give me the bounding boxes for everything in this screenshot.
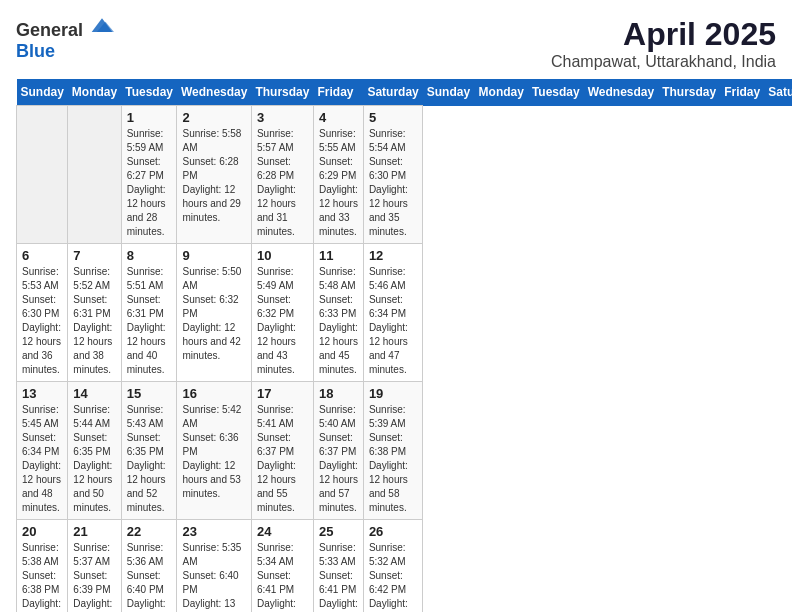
calendar-cell: 14Sunrise: 5:44 AMSunset: 6:35 PMDayligh… bbox=[68, 382, 121, 520]
calendar-cell: 5Sunrise: 5:54 AMSunset: 6:30 PMDaylight… bbox=[363, 106, 422, 244]
cell-info: Sunrise: 5:39 AMSunset: 6:38 PMDaylight:… bbox=[369, 403, 417, 515]
cell-date: 10 bbox=[257, 248, 308, 263]
cell-date: 19 bbox=[369, 386, 417, 401]
header-day-saturday: Saturday bbox=[363, 79, 422, 106]
cell-date: 12 bbox=[369, 248, 417, 263]
calendar-cell: 9Sunrise: 5:50 AMSunset: 6:32 PMDaylight… bbox=[177, 244, 251, 382]
cell-date: 13 bbox=[22, 386, 62, 401]
header-sunday: Sunday bbox=[423, 79, 475, 106]
header-tuesday: Tuesday bbox=[528, 79, 584, 106]
cell-info: Sunrise: 5:35 AMSunset: 6:40 PMDaylight:… bbox=[182, 541, 245, 612]
cell-date: 18 bbox=[319, 386, 358, 401]
cell-date: 2 bbox=[182, 110, 245, 125]
cell-info: Sunrise: 5:55 AMSunset: 6:29 PMDaylight:… bbox=[319, 127, 358, 239]
cell-info: Sunrise: 5:40 AMSunset: 6:37 PMDaylight:… bbox=[319, 403, 358, 515]
calendar-cell: 17Sunrise: 5:41 AMSunset: 6:37 PMDayligh… bbox=[251, 382, 313, 520]
cell-info: Sunrise: 5:34 AMSunset: 6:41 PMDaylight:… bbox=[257, 541, 308, 612]
cell-info: Sunrise: 5:52 AMSunset: 6:31 PMDaylight:… bbox=[73, 265, 115, 377]
header-friday: Friday bbox=[720, 79, 764, 106]
cell-info: Sunrise: 5:46 AMSunset: 6:34 PMDaylight:… bbox=[369, 265, 417, 377]
cell-info: Sunrise: 5:42 AMSunset: 6:36 PMDaylight:… bbox=[182, 403, 245, 501]
calendar-cell: 23Sunrise: 5:35 AMSunset: 6:40 PMDayligh… bbox=[177, 520, 251, 613]
cell-date: 17 bbox=[257, 386, 308, 401]
cell-info: Sunrise: 5:43 AMSunset: 6:35 PMDaylight:… bbox=[127, 403, 172, 515]
cell-date: 14 bbox=[73, 386, 115, 401]
title-area: April 2025 Champawat, Uttarakhand, India bbox=[551, 16, 776, 71]
calendar-week-row: 1Sunrise: 5:59 AMSunset: 6:27 PMDaylight… bbox=[17, 106, 793, 244]
cell-info: Sunrise: 5:37 AMSunset: 6:39 PMDaylight:… bbox=[73, 541, 115, 612]
cell-info: Sunrise: 5:44 AMSunset: 6:35 PMDaylight:… bbox=[73, 403, 115, 515]
calendar-cell bbox=[68, 106, 121, 244]
calendar-cell: 12Sunrise: 5:46 AMSunset: 6:34 PMDayligh… bbox=[363, 244, 422, 382]
cell-date: 7 bbox=[73, 248, 115, 263]
calendar-table: SundayMondayTuesdayWednesdayThursdayFrid… bbox=[16, 79, 792, 612]
calendar-week-row: 13Sunrise: 5:45 AMSunset: 6:34 PMDayligh… bbox=[17, 382, 793, 520]
cell-info: Sunrise: 5:49 AMSunset: 6:32 PMDaylight:… bbox=[257, 265, 308, 377]
cell-info: Sunrise: 5:36 AMSunset: 6:40 PMDaylight:… bbox=[127, 541, 172, 612]
cell-info: Sunrise: 5:59 AMSunset: 6:27 PMDaylight:… bbox=[127, 127, 172, 239]
calendar-cell: 3Sunrise: 5:57 AMSunset: 6:28 PMDaylight… bbox=[251, 106, 313, 244]
cell-info: Sunrise: 5:53 AMSunset: 6:30 PMDaylight:… bbox=[22, 265, 62, 377]
cell-info: Sunrise: 5:32 AMSunset: 6:42 PMDaylight:… bbox=[369, 541, 417, 612]
calendar-cell: 10Sunrise: 5:49 AMSunset: 6:32 PMDayligh… bbox=[251, 244, 313, 382]
header-saturday: Saturday bbox=[764, 79, 792, 106]
calendar-week-row: 20Sunrise: 5:38 AMSunset: 6:38 PMDayligh… bbox=[17, 520, 793, 613]
calendar-cell: 20Sunrise: 5:38 AMSunset: 6:38 PMDayligh… bbox=[17, 520, 68, 613]
calendar-cell: 25Sunrise: 5:33 AMSunset: 6:41 PMDayligh… bbox=[313, 520, 363, 613]
cell-info: Sunrise: 5:57 AMSunset: 6:28 PMDaylight:… bbox=[257, 127, 308, 239]
cell-date: 8 bbox=[127, 248, 172, 263]
cell-date: 3 bbox=[257, 110, 308, 125]
calendar-cell: 18Sunrise: 5:40 AMSunset: 6:37 PMDayligh… bbox=[313, 382, 363, 520]
calendar-cell: 22Sunrise: 5:36 AMSunset: 6:40 PMDayligh… bbox=[121, 520, 177, 613]
cell-date: 24 bbox=[257, 524, 308, 539]
cell-date: 1 bbox=[127, 110, 172, 125]
calendar-cell: 19Sunrise: 5:39 AMSunset: 6:38 PMDayligh… bbox=[363, 382, 422, 520]
cell-info: Sunrise: 5:33 AMSunset: 6:41 PMDaylight:… bbox=[319, 541, 358, 612]
cell-date: 21 bbox=[73, 524, 115, 539]
header-day-sunday: Sunday bbox=[17, 79, 68, 106]
cell-date: 16 bbox=[182, 386, 245, 401]
cell-date: 22 bbox=[127, 524, 172, 539]
header-day-thursday: Thursday bbox=[251, 79, 313, 106]
cell-date: 23 bbox=[182, 524, 245, 539]
calendar-cell: 26Sunrise: 5:32 AMSunset: 6:42 PMDayligh… bbox=[363, 520, 422, 613]
page-title: April 2025 bbox=[551, 16, 776, 53]
logo: General Blue bbox=[16, 16, 114, 62]
page-subtitle: Champawat, Uttarakhand, India bbox=[551, 53, 776, 71]
calendar-cell: 6Sunrise: 5:53 AMSunset: 6:30 PMDaylight… bbox=[17, 244, 68, 382]
cell-info: Sunrise: 5:58 AMSunset: 6:28 PMDaylight:… bbox=[182, 127, 245, 225]
cell-info: Sunrise: 5:50 AMSunset: 6:32 PMDaylight:… bbox=[182, 265, 245, 363]
calendar-cell: 16Sunrise: 5:42 AMSunset: 6:36 PMDayligh… bbox=[177, 382, 251, 520]
header-day-tuesday: Tuesday bbox=[121, 79, 177, 106]
cell-info: Sunrise: 5:48 AMSunset: 6:33 PMDaylight:… bbox=[319, 265, 358, 377]
calendar-cell: 21Sunrise: 5:37 AMSunset: 6:39 PMDayligh… bbox=[68, 520, 121, 613]
cell-date: 15 bbox=[127, 386, 172, 401]
cell-info: Sunrise: 5:54 AMSunset: 6:30 PMDaylight:… bbox=[369, 127, 417, 239]
header-day-friday: Friday bbox=[313, 79, 363, 106]
header-monday: Monday bbox=[475, 79, 528, 106]
cell-date: 11 bbox=[319, 248, 358, 263]
cell-date: 4 bbox=[319, 110, 358, 125]
calendar-cell: 1Sunrise: 5:59 AMSunset: 6:27 PMDaylight… bbox=[121, 106, 177, 244]
calendar-cell: 11Sunrise: 5:48 AMSunset: 6:33 PMDayligh… bbox=[313, 244, 363, 382]
cell-date: 9 bbox=[182, 248, 245, 263]
calendar-header-row: SundayMondayTuesdayWednesdayThursdayFrid… bbox=[17, 79, 793, 106]
calendar-cell bbox=[17, 106, 68, 244]
header-thursday: Thursday bbox=[658, 79, 720, 106]
header-day-wednesday: Wednesday bbox=[177, 79, 251, 106]
cell-info: Sunrise: 5:38 AMSunset: 6:38 PMDaylight:… bbox=[22, 541, 62, 612]
header-day-monday: Monday bbox=[68, 79, 121, 106]
cell-date: 20 bbox=[22, 524, 62, 539]
calendar-cell: 13Sunrise: 5:45 AMSunset: 6:34 PMDayligh… bbox=[17, 382, 68, 520]
calendar-cell: 24Sunrise: 5:34 AMSunset: 6:41 PMDayligh… bbox=[251, 520, 313, 613]
logo-general: General bbox=[16, 20, 83, 40]
cell-info: Sunrise: 5:51 AMSunset: 6:31 PMDaylight:… bbox=[127, 265, 172, 377]
calendar-week-row: 6Sunrise: 5:53 AMSunset: 6:30 PMDaylight… bbox=[17, 244, 793, 382]
cell-date: 26 bbox=[369, 524, 417, 539]
calendar-cell: 4Sunrise: 5:55 AMSunset: 6:29 PMDaylight… bbox=[313, 106, 363, 244]
cell-date: 25 bbox=[319, 524, 358, 539]
cell-date: 6 bbox=[22, 248, 62, 263]
calendar-cell: 7Sunrise: 5:52 AMSunset: 6:31 PMDaylight… bbox=[68, 244, 121, 382]
calendar-cell: 15Sunrise: 5:43 AMSunset: 6:35 PMDayligh… bbox=[121, 382, 177, 520]
calendar-cell: 8Sunrise: 5:51 AMSunset: 6:31 PMDaylight… bbox=[121, 244, 177, 382]
